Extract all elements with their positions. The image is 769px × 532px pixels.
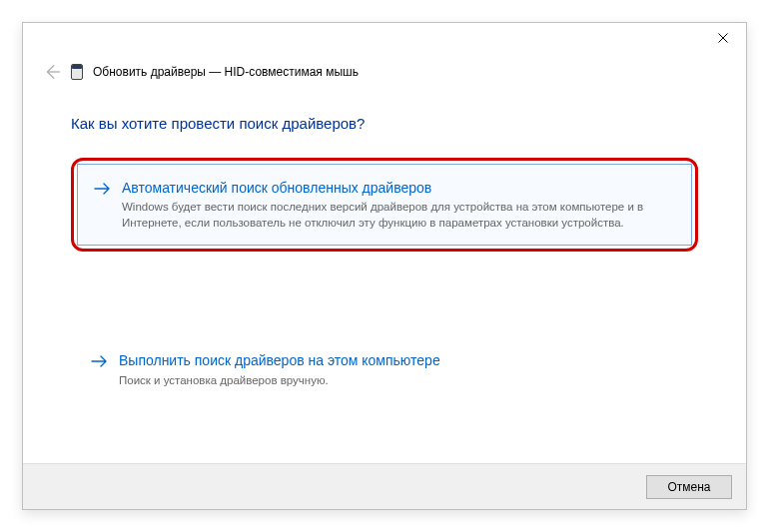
back-arrow-icon — [43, 63, 61, 81]
option-manual-search[interactable]: Выполнить поиск драйверов на этом компью… — [71, 337, 698, 401]
device-icon — [71, 64, 83, 80]
arrow-right-icon — [94, 180, 112, 198]
question-heading: Как вы хотите провести поиск драйверов? — [71, 115, 698, 132]
close-button[interactable] — [700, 23, 746, 53]
dialog-window: Обновить драйверы — HID-совместимая мышь… — [22, 22, 747, 510]
dialog-footer: Отмена — [23, 463, 746, 509]
back-button[interactable] — [43, 63, 61, 81]
option-auto-desc: Windows будет вести поиск последних верс… — [122, 199, 675, 231]
cancel-button[interactable]: Отмена — [646, 475, 732, 499]
option-manual-desc: Поиск и установка драйверов вручную. — [119, 372, 678, 388]
option-manual-title: Выполнить поиск драйверов на этом компью… — [119, 351, 678, 369]
content-area: Как вы хотите провести поиск драйверов? … — [71, 115, 698, 402]
option-auto-search[interactable]: Автоматический поиск обновленных драйвер… — [77, 164, 692, 246]
header-bar: Обновить драйверы — HID-совместимая мышь — [43, 63, 359, 81]
dialog-title: Обновить драйверы — HID-совместимая мышь — [93, 65, 359, 79]
option-auto-title: Автоматический поиск обновленных драйвер… — [122, 179, 675, 197]
option-manual-body: Выполнить поиск драйверов на этом компью… — [119, 351, 678, 387]
highlight-annotation: Автоматический поиск обновленных драйвер… — [71, 158, 698, 252]
option-auto-body: Автоматический поиск обновленных драйвер… — [122, 179, 675, 231]
arrow-right-icon — [91, 352, 109, 370]
close-icon — [718, 33, 728, 43]
